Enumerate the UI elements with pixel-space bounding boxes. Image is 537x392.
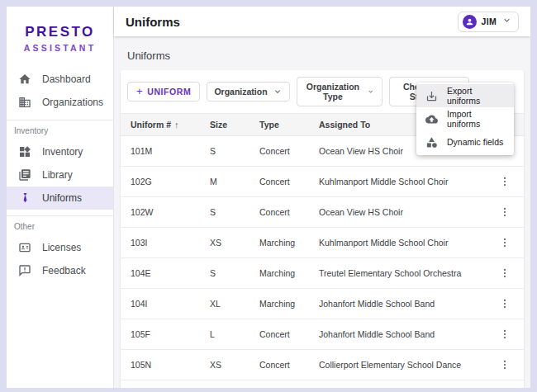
sidebar-item-dashboard[interactable]: Dashboard xyxy=(7,68,113,91)
cell-size: M xyxy=(200,177,249,187)
category-icon xyxy=(425,136,438,149)
sidebar-item-label: Dashboard xyxy=(42,73,91,85)
brand-subtitle: ASSISTANT xyxy=(7,43,113,53)
kebab-menu-icon xyxy=(499,298,511,309)
sidebar-item-label: Library xyxy=(42,169,73,181)
menu-item-import-uniforms[interactable]: Import uniforms xyxy=(416,107,514,130)
cell-size: S xyxy=(200,146,249,156)
sidebar-item-label: Licenses xyxy=(42,242,81,253)
column-header-size[interactable]: Size xyxy=(200,120,249,130)
filter-label: Organization Type xyxy=(304,82,363,102)
sidebar-section-other: Other xyxy=(7,216,113,236)
table-row[interactable]: 105V S Concert Johanfort Middle School B… xyxy=(121,380,524,388)
cell-actions xyxy=(481,205,524,220)
main-area: Uniforms JIM Uniforms + UNIFORM xyxy=(114,7,530,388)
menu-item-label: Export uniforms xyxy=(447,86,505,106)
row-menu-button[interactable] xyxy=(497,174,512,189)
row-menu-button[interactable] xyxy=(497,235,512,250)
sidebar: PRESTO ASSISTANT Dashboard Organizations… xyxy=(7,7,114,388)
cell-uniform-number: 104E xyxy=(121,268,200,278)
cell-uniform-number: 104I xyxy=(121,299,200,309)
download-icon xyxy=(425,90,438,102)
table-row[interactable]: 102W S Concert Ocean View HS Choir xyxy=(121,197,524,228)
menu-item-dynamic-fields[interactable]: Dynamic fields xyxy=(416,130,514,153)
kebab-menu-icon xyxy=(499,328,511,340)
library-icon xyxy=(18,168,31,182)
chevron-down-icon xyxy=(501,15,512,28)
cell-actions xyxy=(481,296,524,311)
building-icon xyxy=(18,96,31,109)
cell-assigned-to: Johanfort Middle School Band xyxy=(309,299,481,309)
row-menu-button[interactable] xyxy=(497,357,512,372)
cell-assigned-to: Ocean View HS Choir xyxy=(309,207,481,217)
cell-type: Marching xyxy=(249,268,309,278)
sidebar-item-licenses[interactable]: Licenses xyxy=(7,236,113,259)
sidebar-item-label: Organizations xyxy=(42,97,103,108)
cell-type: Concert xyxy=(249,146,309,156)
cell-assigned-to: Treutel Elementary School Orchestra xyxy=(309,268,481,278)
avatar xyxy=(463,15,477,29)
cell-size: S xyxy=(200,207,249,217)
content-area: Uniforms + UNIFORM Organization Organiza… xyxy=(114,36,530,388)
sort-ascending-icon: ↑ xyxy=(174,120,179,130)
cell-size: XS xyxy=(200,238,249,248)
table-row[interactable]: 104I XL Marching Johanfort Middle School… xyxy=(121,289,524,319)
cell-actions xyxy=(481,266,524,281)
cell-type: Concert xyxy=(249,207,309,217)
organization-filter[interactable]: Organization xyxy=(207,82,289,102)
sidebar-item-organizations[interactable]: Organizations xyxy=(7,91,113,114)
cell-actions xyxy=(481,357,524,372)
kebab-menu-icon xyxy=(499,359,511,371)
table-row[interactable]: 105F L Concert Johanfort Middle School B… xyxy=(121,319,524,350)
kebab-menu-icon xyxy=(499,206,511,218)
sidebar-item-label: Inventory xyxy=(42,146,83,158)
sidebar-item-label: Feedback xyxy=(42,265,86,276)
table-options-menu: Export uniforms Import uniforms Dynamic … xyxy=(416,83,514,155)
menu-item-export-uniforms[interactable]: Export uniforms xyxy=(416,84,514,107)
row-menu-button[interactable] xyxy=(497,205,512,220)
home-icon xyxy=(18,73,31,86)
table-row[interactable]: 103I XS Marching Kuhlmanport Middle Scho… xyxy=(121,228,524,258)
cell-type: Marching xyxy=(249,238,309,248)
sidebar-item-feedback[interactable]: Feedback xyxy=(7,259,113,282)
feedback-icon xyxy=(18,264,31,277)
sidebar-item-label: Uniforms xyxy=(42,192,82,204)
license-card-icon xyxy=(18,241,31,254)
menu-item-label: Dynamic fields xyxy=(447,137,503,147)
user-name: JIM xyxy=(482,17,497,26)
brand-name: PRESTO xyxy=(7,25,113,40)
sidebar-item-inventory[interactable]: Inventory xyxy=(7,140,113,163)
cell-assigned-to: Kuhlmanport Middle School Choir xyxy=(309,238,481,248)
column-header-uniform-number[interactable]: Uniform # ↑ xyxy=(121,120,200,130)
cell-type: Concert xyxy=(249,177,309,187)
add-uniform-button[interactable]: + UNIFORM xyxy=(127,82,200,102)
chevron-down-icon xyxy=(273,87,283,97)
cell-assigned-to: Kuhlmanport Middle School Choir xyxy=(309,177,481,187)
cell-uniform-number: 105F xyxy=(121,329,200,339)
cell-size: L xyxy=(200,329,249,339)
cell-type: Concert xyxy=(249,329,309,339)
column-header-type[interactable]: Type xyxy=(249,120,309,130)
cell-type: Concert xyxy=(249,360,309,370)
chevron-down-icon xyxy=(367,87,374,97)
sidebar-section-inventory: Inventory xyxy=(7,120,113,140)
row-menu-button[interactable] xyxy=(497,296,512,311)
sidebar-item-library[interactable]: Library xyxy=(7,163,113,187)
row-menu-button[interactable] xyxy=(497,266,512,281)
top-bar: Uniforms JIM xyxy=(114,7,530,36)
kebab-menu-icon xyxy=(499,237,511,248)
tie-icon xyxy=(18,191,31,205)
brand-logo[interactable]: PRESTO ASSISTANT xyxy=(7,7,113,68)
sidebar-item-uniforms[interactable]: Uniforms xyxy=(7,187,113,210)
add-uniform-label: UNIFORM xyxy=(147,87,191,97)
table-row[interactable]: 105N XS Concert Collierport Elementary S… xyxy=(121,350,524,380)
table-row[interactable]: 104E S Marching Treutel Elementary Schoo… xyxy=(121,258,524,289)
user-menu-button[interactable]: JIM xyxy=(458,12,519,32)
table-body: 101M S Concert Ocean View HS Choir 102G … xyxy=(121,136,524,388)
filter-label: Organization xyxy=(214,87,267,97)
organization-type-filter[interactable]: Organization Type xyxy=(297,77,383,106)
cell-assigned-to: Johanfort Middle School Band xyxy=(309,329,481,339)
row-menu-button[interactable] xyxy=(497,327,512,342)
kebab-menu-icon xyxy=(499,267,511,279)
table-row[interactable]: 102G M Concert Kuhlmanport Middle School… xyxy=(121,167,524,197)
